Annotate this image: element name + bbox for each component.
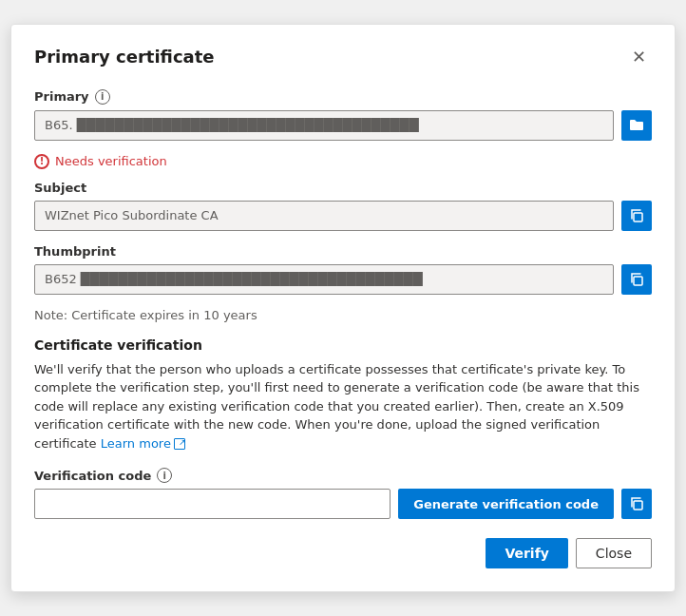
verification-code-input[interactable] — [34, 489, 391, 519]
primary-info-icon[interactable]: i — [95, 89, 110, 105]
svg-rect-0 — [634, 213, 642, 221]
verification-code-field-group: Verification code i Generate verificatio… — [34, 468, 652, 519]
folder-icon — [629, 118, 644, 133]
primary-certificate-dialog: Primary certificate ✕ Primary i ! Needs … — [10, 24, 676, 593]
dialog-footer: Verify Close — [34, 538, 652, 568]
close-icon: ✕ — [632, 48, 646, 66]
copy-icon — [629, 208, 644, 223]
subject-label: Subject — [34, 181, 652, 195]
primary-field-group: Primary i — [34, 89, 652, 141]
external-link-icon — [174, 438, 185, 450]
thumbprint-field-group: Thumbprint — [34, 244, 652, 295]
needs-verification-text: Needs verification — [55, 154, 167, 168]
primary-field-row — [34, 110, 652, 141]
svg-rect-2 — [634, 501, 642, 510]
certificate-verification-body: We'll verify that the person who uploads… — [34, 360, 652, 453]
needs-verification-message: ! Needs verification — [34, 154, 652, 169]
thumbprint-field-row — [34, 264, 652, 295]
verification-code-field-row: Generate verification code — [34, 489, 652, 519]
primary-folder-button[interactable] — [621, 110, 652, 141]
thumbprint-copy-button[interactable] — [621, 264, 652, 295]
subject-field-row — [34, 201, 652, 231]
close-button[interactable]: Close — [576, 538, 652, 568]
warning-icon: ! — [34, 154, 49, 169]
close-dialog-button[interactable]: ✕ — [625, 44, 652, 70]
verify-button[interactable]: Verify — [486, 538, 567, 568]
generate-verification-code-button[interactable]: Generate verification code — [398, 489, 614, 519]
primary-input[interactable] — [34, 110, 614, 141]
copy-icon-3 — [629, 496, 644, 511]
certificate-verification-title: Certificate verification — [34, 337, 652, 353]
primary-label: Primary i — [34, 89, 652, 105]
copy-icon-2 — [629, 272, 644, 287]
svg-rect-1 — [634, 277, 642, 285]
dialog-header: Primary certificate ✕ — [34, 44, 652, 70]
certificate-note: Note: Certificate expires in 10 years — [34, 308, 652, 322]
learn-more-link[interactable]: Learn more — [101, 434, 185, 453]
verification-code-label: Verification code i — [34, 468, 652, 483]
dialog-title: Primary certificate — [34, 47, 215, 67]
verification-code-copy-button[interactable] — [621, 489, 652, 519]
thumbprint-label: Thumbprint — [34, 244, 652, 259]
subject-field-group: Subject — [34, 181, 652, 231]
verification-code-info-icon[interactable]: i — [157, 468, 172, 483]
certificate-verification-section: Certificate verification We'll verify th… — [34, 337, 652, 453]
subject-input[interactable] — [34, 201, 614, 231]
thumbprint-input[interactable] — [34, 264, 614, 295]
subject-copy-button[interactable] — [621, 201, 652, 231]
